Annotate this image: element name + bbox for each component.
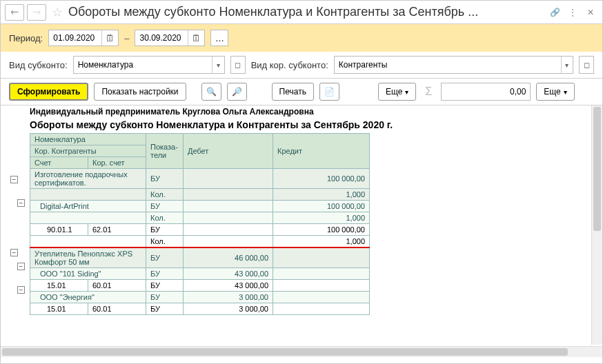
preview-button[interactable]: 📄 <box>319 83 339 101</box>
tree-collapse-button[interactable]: − <box>17 263 25 270</box>
cell-name <box>30 212 146 224</box>
cell-debit: 46 000,00 <box>184 247 273 268</box>
expand-button[interactable]: ◻ <box>230 56 246 74</box>
cell-kacct: 62.01 <box>88 224 146 236</box>
date-to[interactable]: 🗓 <box>135 30 205 46</box>
subconto-bar: Вид субконто: ▾ ◻ Вид кор. субконто: ▾ ◻ <box>1 52 602 79</box>
hdr-kacct: Кор. счет <box>88 157 146 169</box>
cell-ind: БУ <box>146 169 184 189</box>
cell-debit: 3 000,00 <box>184 292 273 303</box>
cell-name <box>30 189 146 201</box>
period-picker-button[interactable]: … <box>210 30 228 46</box>
period-bar: Период: 🗓 – 🗓 … <box>1 24 602 52</box>
back-button[interactable]: 🡐 <box>5 4 24 21</box>
tree-collapse-button[interactable]: − <box>17 286 25 294</box>
more-button[interactable]: Еще▾ <box>378 83 416 101</box>
tree-collapse-button[interactable]: − <box>17 199 25 207</box>
hdr-kor: Кор. Контрагенты <box>30 145 146 157</box>
cell-ind: Кол. <box>146 189 184 201</box>
cell-debit: 3 000,00 <box>184 303 273 315</box>
titlebar: 🡐 🡒 ☆ Обороты между субконто Номенклатур… <box>1 1 602 24</box>
cell-debit <box>184 236 273 248</box>
hdr-credit: Кредит <box>273 134 370 169</box>
cell-kacct: 60.01 <box>88 280 146 292</box>
link-icon[interactable]: 🔗 <box>547 5 562 20</box>
more2-button[interactable]: Еще▾ <box>536 83 574 101</box>
date-from-input[interactable] <box>49 30 101 46</box>
cell-debit <box>184 201 273 212</box>
find-next-button[interactable]: 🔎 <box>227 83 247 101</box>
cell-credit <box>273 292 370 303</box>
table-row[interactable]: Утеплитель Пеноплэкс XPS Комфорт 50 ммБУ… <box>30 247 370 268</box>
kor-subconto-input[interactable] <box>335 57 561 73</box>
chevron-down-icon[interactable]: ▾ <box>212 57 224 73</box>
menu-icon[interactable]: ⋮ <box>565 5 580 20</box>
table-row[interactable]: Digital-ArtPrintБУ100 000,00 <box>30 201 370 212</box>
cell-credit <box>273 280 370 292</box>
calendar-icon[interactable]: 🗓 <box>188 30 204 46</box>
report-title: Обороты между субконто Номенклатура и Ко… <box>30 118 602 133</box>
subconto-input[interactable] <box>74 57 212 73</box>
cell-debit <box>184 212 273 224</box>
cell-credit: 1,000 <box>273 189 370 201</box>
cell-credit: 100 000,00 <box>273 201 370 212</box>
cell-debit <box>184 189 273 201</box>
report-area: − − − − − Индивидуальный предприниматель… <box>1 105 602 357</box>
cell-credit: 100 000,00 <box>273 169 370 189</box>
find-button[interactable]: 🔍 <box>201 83 221 101</box>
cell-debit <box>184 224 273 236</box>
cell-name: Изготовление подарочных сертификатов. <box>30 169 146 189</box>
kor-subconto-label: Вид кор. субконто: <box>251 60 328 70</box>
cell-ind: Кол. <box>146 236 184 248</box>
hdr-acct: Счет <box>30 157 88 169</box>
subconto-select[interactable]: ▾ <box>73 56 225 74</box>
table-row[interactable]: ООО "Энергия"БУ3 000,00 <box>30 292 370 303</box>
table-row[interactable]: 90.01.162.01БУ100 000,00 <box>30 224 370 236</box>
cell-ind: БУ <box>146 292 184 303</box>
cell-ind: БУ <box>146 303 184 315</box>
cell-debit: 43 000,00 <box>184 268 273 280</box>
cell-ind: БУ <box>146 247 184 268</box>
horizontal-scrollbar[interactable] <box>1 346 602 357</box>
page-title: Обороты между субконто Номенклатура и Ко… <box>68 5 544 19</box>
settings-button[interactable]: Показать настройки <box>94 83 186 101</box>
table-row[interactable]: ООО "101 Siding"БУ43 000,00 <box>30 268 370 280</box>
table-row[interactable]: Изготовление подарочных сертификатов.БУ1… <box>30 169 370 189</box>
cell-ind: БУ <box>146 224 184 236</box>
cell-name: Утеплитель Пеноплэкс XPS Комфорт 50 мм <box>30 247 146 268</box>
close-icon[interactable]: ✕ <box>583 5 598 20</box>
table-row[interactable]: Кол.1,000 <box>30 189 370 201</box>
date-to-input[interactable] <box>135 30 188 46</box>
subconto-label: Вид субконто: <box>9 60 68 70</box>
chevron-down-icon[interactable]: ▾ <box>561 57 573 73</box>
hdr-indicators: Показа- тели <box>146 134 184 169</box>
expand-button[interactable]: ◻ <box>579 56 594 74</box>
table-row[interactable]: Кол.1,000 <box>30 236 370 248</box>
print-button[interactable]: Печать <box>272 83 314 101</box>
kor-subconto-select[interactable]: ▾ <box>334 56 573 74</box>
hdr-nomenclature: Номенклатура <box>30 134 146 145</box>
tree-collapse-button[interactable]: − <box>10 249 18 256</box>
cell-credit: 1,000 <box>273 212 370 224</box>
report-table: Номенклатура Показа- тели Дебет Кредит К… <box>30 133 370 315</box>
table-row[interactable]: Кол.1,000 <box>30 212 370 224</box>
date-from[interactable]: 🗓 <box>48 30 119 46</box>
tree-column: − − − − − <box>1 105 30 357</box>
table-row[interactable]: 15.0160.01БУ43 000,00 <box>30 280 370 292</box>
amount-field[interactable] <box>441 83 531 101</box>
tree-collapse-button[interactable]: − <box>10 176 18 183</box>
table-row[interactable]: 15.0160.01БУ3 000,00 <box>30 303 370 315</box>
cell-ind: Кол. <box>146 212 184 224</box>
cell-name: ООО "101 Siding" <box>30 268 146 280</box>
star-icon[interactable]: ☆ <box>52 5 63 20</box>
form-button[interactable]: Сформировать <box>9 83 88 101</box>
report-scroll[interactable]: Индивидуальный предприниматель Круглова … <box>30 105 602 357</box>
cell-name: Digital-ArtPrint <box>30 201 146 212</box>
vertical-scrollbar[interactable] <box>591 105 602 345</box>
calendar-icon[interactable]: 🗓 <box>101 30 118 46</box>
forward-button[interactable]: 🡒 <box>27 4 46 21</box>
cell-ind: БУ <box>146 268 184 280</box>
cell-ind: БУ <box>146 201 184 212</box>
period-sep: – <box>124 33 129 43</box>
cell-credit <box>273 303 370 315</box>
